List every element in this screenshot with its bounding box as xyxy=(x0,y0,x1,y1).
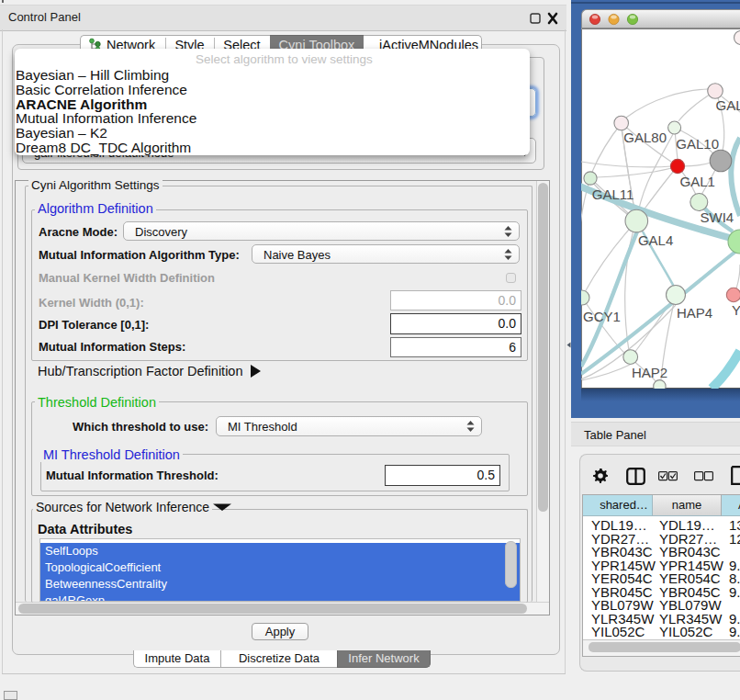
svg-text:SWI4: SWI4 xyxy=(701,209,734,225)
svg-text:GAL1: GAL1 xyxy=(680,174,715,189)
svg-text:GAL80: GAL80 xyxy=(623,130,667,145)
svg-text:HAP2: HAP2 xyxy=(632,365,667,380)
svg-text:HAP4: HAP4 xyxy=(677,305,712,321)
svg-text:Y: Y xyxy=(732,302,740,318)
svg-text:GAL11: GAL11 xyxy=(592,186,634,202)
svg-text:GAL10: GAL10 xyxy=(676,136,719,152)
svg-text:GCY1: GCY1 xyxy=(583,309,621,324)
svg-text:GAL7: GAL7 xyxy=(716,97,740,113)
svg-text:GAL4: GAL4 xyxy=(638,232,673,248)
